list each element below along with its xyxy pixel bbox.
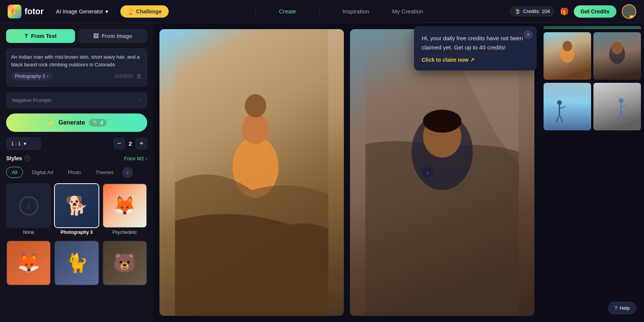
prompt-text[interactable]: An Indian man with mid-brown skin, short… — [11, 53, 142, 68]
thumb-3-svg — [544, 83, 591, 130]
image-2-svg — [350, 29, 534, 316]
negative-prompts-row[interactable]: Negative Prompts › — [6, 92, 147, 108]
generate-label: Generate — [58, 119, 85, 126]
get-credits-button[interactable]: Get Credits — [574, 5, 616, 18]
quantity-increase-button[interactable]: + — [136, 138, 147, 150]
thumbnail-4[interactable] — [593, 83, 641, 130]
svg-point-1 — [233, 136, 279, 198]
negative-prompts-label: Negative Prompts — [12, 97, 51, 103]
challenge-label: Challenge — [136, 8, 162, 15]
gift-icon[interactable]: 🎁 — [560, 7, 568, 16]
help-button[interactable]: ? Help — [608, 302, 636, 314]
style-thumb-row2-2[interactable]: 🐈 — [54, 240, 99, 285]
text-icon: T — [25, 33, 28, 39]
prompt-container[interactable]: An Indian man with mid-brown skin, short… — [6, 48, 147, 87]
style-thumb-photography3[interactable]: 🐕 — [54, 183, 99, 228]
row2-1-image: 🦊 — [7, 241, 50, 284]
style-tab-digital-art[interactable]: Digital Art — [26, 167, 59, 178]
fotor-m2-selector[interactable]: Fotor M2 › — [124, 156, 147, 161]
chevron-down-icon: ▾ — [105, 8, 108, 15]
nav-my-creation[interactable]: My Creation — [392, 8, 423, 15]
char-count: 104/3000 — [114, 74, 133, 79]
style-item-row2-3[interactable]: 🐻 — [102, 240, 147, 285]
thumb-1-svg — [544, 32, 591, 80]
nav-ai-generator[interactable]: AI Image Generator ▾ — [51, 6, 113, 17]
generated-image-1[interactable] — [159, 29, 344, 316]
from-text-label: From Text — [31, 33, 57, 39]
nav-inspiration[interactable]: Inspiration — [343, 8, 369, 15]
generate-cost: -2 — [99, 120, 104, 125]
style-tab-all[interactable]: All — [6, 167, 23, 178]
nav-create[interactable]: Create — [279, 8, 296, 15]
credits-badge: 🍃 Credits: 104 — [510, 6, 554, 16]
generate-button[interactable]: ✨ Generate 🍃 -2 — [6, 113, 147, 132]
sidebar-right — [540, 23, 644, 322]
fotor-m2-label: Fotor M2 — [124, 156, 144, 161]
main-layout: T From Text 🖼 From Image An Indian man w… — [0, 23, 644, 322]
style-tab-photo[interactable]: Photo — [62, 167, 87, 178]
style-thumb-row2-1[interactable]: 🦊 — [6, 240, 51, 285]
thumbnail-1[interactable] — [544, 32, 591, 80]
style-tab-themes[interactable]: Themes — [90, 167, 119, 178]
from-image-label: From Image — [102, 33, 132, 39]
style-grid-row1: / None 🐕 Photography 3 🦊 Psychedelic — [6, 183, 147, 235]
thumbnail-2[interactable] — [593, 32, 641, 80]
prompt-footer: Photography 3 × 104/3000 🗑 — [11, 72, 142, 80]
next-image-arrow[interactable]: › — [422, 167, 433, 178]
quantity-control: − 2 + — [113, 138, 147, 150]
style-thumb-row2-3[interactable]: 🐻 — [102, 240, 147, 285]
tag-remove-icon[interactable]: × — [46, 74, 49, 79]
photography3-image: 🐕 — [55, 184, 98, 227]
avatar[interactable] — [622, 4, 636, 19]
delete-prompt-icon[interactable]: 🗑 — [136, 73, 142, 80]
style-label-photography3: Photography 3 — [54, 230, 99, 235]
style-item-photography3[interactable]: 🐕 Photography 3 — [54, 183, 99, 235]
generate-cost-badge: 🍃 -2 — [89, 119, 107, 127]
logo[interactable]: 🎨 fotor — [8, 5, 44, 18]
quantity-decrease-button[interactable]: − — [113, 138, 125, 150]
daily-credits-tooltip: × Hi, your daily free credits have not b… — [414, 26, 537, 71]
tooltip-close-button[interactable]: × — [524, 30, 533, 39]
tooltip-message: Hi, your daily free credits have not bee… — [422, 34, 529, 52]
style-tab-more-button[interactable]: › — [122, 167, 133, 178]
style-grid-row2: 🦊 🐈 🐻 — [6, 240, 147, 285]
content-area: › — [153, 23, 644, 322]
logo-text: fotor — [25, 7, 44, 16]
row2-2-image: 🐈 — [55, 241, 98, 284]
thumb-grid-top — [544, 32, 641, 80]
help-question-icon: ? — [614, 305, 617, 311]
from-image-tab[interactable]: 🖼 From Image — [78, 29, 147, 43]
challenge-button[interactable]: 🏆 Challenge — [120, 5, 169, 18]
styles-help-icon[interactable]: ? — [24, 155, 30, 161]
generated-image-2[interactable] — [350, 29, 534, 316]
tag-label: Photography 3 — [15, 74, 45, 79]
mode-tabs: T From Text 🖼 From Image — [6, 29, 147, 43]
style-label-psychedelic: Psychedelic — [102, 230, 147, 235]
close-icon: × — [527, 31, 530, 38]
svg-rect-20 — [593, 83, 641, 130]
style-item-row2-1[interactable]: 🦊 — [6, 240, 51, 285]
thumbnail-3[interactable] — [544, 83, 591, 130]
style-thumb-psychedelic[interactable]: 🦊 — [102, 183, 147, 228]
image-icon: 🖼 — [93, 33, 99, 39]
styles-label-text: Styles — [6, 155, 22, 161]
chevron-right-icon: › — [140, 97, 141, 103]
style-item-psychedelic[interactable]: 🦊 Psychedelic — [102, 183, 147, 235]
style-thumb-none[interactable]: / — [6, 183, 51, 228]
svg-point-13 — [612, 42, 623, 54]
ratio-label: 1 : 1 — [11, 141, 21, 146]
image-1-svg — [159, 29, 344, 316]
style-tag-chip[interactable]: Photography 3 × — [11, 72, 53, 80]
ratio-select[interactable]: 1 : 1 ▾ — [6, 137, 41, 150]
style-item-row2-2[interactable]: 🐈 — [54, 240, 99, 285]
help-label: Help — [619, 305, 630, 311]
logo-icon: 🎨 — [8, 5, 21, 18]
style-label-none: None — [6, 230, 51, 235]
from-text-tab[interactable]: T From Text — [6, 29, 75, 43]
credits-leaf-icon: 🍃 — [514, 8, 521, 14]
style-item-none[interactable]: / None — [6, 183, 51, 235]
tooltip-cta-link[interactable]: Click to claim now ↗ — [422, 57, 529, 63]
thumb-2-svg — [593, 32, 641, 80]
svg-point-3 — [245, 94, 266, 117]
top-bar-decoration — [544, 26, 641, 29]
